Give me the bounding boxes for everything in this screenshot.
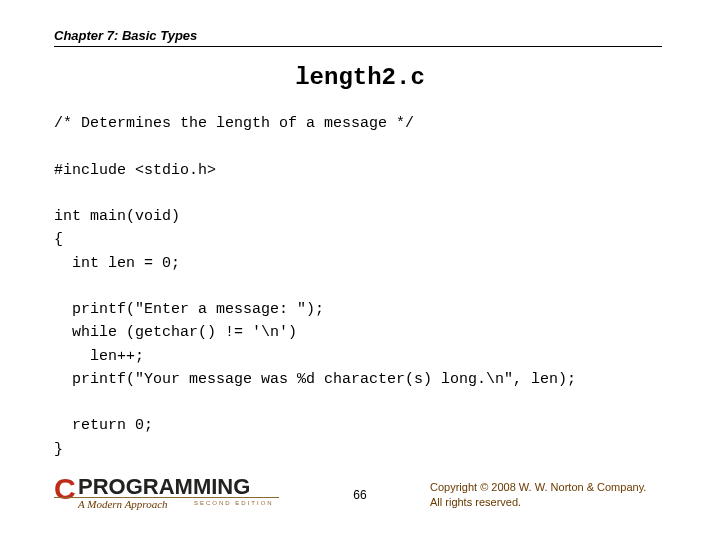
copyright-notice: Copyright © 2008 W. W. Norton & Company.… [430, 480, 646, 510]
heading-underline [54, 46, 662, 47]
chapter-heading: Chapter 7: Basic Types [54, 28, 197, 43]
copyright-line-2: All rights reserved. [430, 496, 521, 508]
logo-subtitle: A Modern Approach [78, 498, 168, 510]
slide-title: length2.c [0, 64, 720, 91]
logo-c-letter: C [54, 472, 75, 506]
copyright-line-1: Copyright © 2008 W. W. Norton & Company. [430, 481, 646, 493]
code-listing: /* Determines the length of a message */… [54, 112, 576, 461]
book-logo: C PROGRAMMING A Modern Approach SECOND E… [54, 476, 279, 514]
logo-edition: SECOND EDITION [194, 500, 274, 506]
